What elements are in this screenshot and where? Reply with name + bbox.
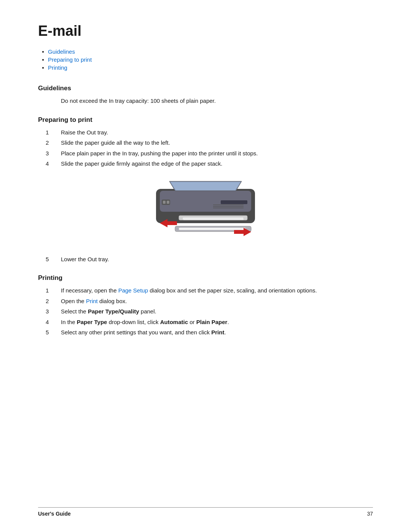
step-number: 4 xyxy=(38,160,61,168)
step-text: Lower the Out tray. xyxy=(61,255,373,264)
printer-illustration xyxy=(38,177,373,246)
svg-rect-8 xyxy=(179,228,245,230)
step-number: 1 xyxy=(38,128,61,137)
svg-marker-3 xyxy=(170,182,241,190)
step-number: 3 xyxy=(38,307,61,316)
svg-rect-13 xyxy=(167,201,169,204)
list-item: 4 Slide the paper guide firmly against t… xyxy=(38,160,373,168)
list-item: 4 In the Paper Type drop-down list, clic… xyxy=(38,318,373,327)
paper-type-bold: Paper Type xyxy=(77,319,107,325)
toc-item-guidelines: Guidelines xyxy=(42,48,373,55)
list-item: 1 Raise the Out tray. xyxy=(38,128,373,137)
footer: User's Guide 37 xyxy=(38,507,373,517)
guidelines-section: Guidelines Do not exceed the In tray cap… xyxy=(38,85,373,105)
step-text: If necessary, open the Page Setup dialog… xyxy=(61,286,373,295)
preparing-steps-continued: 5 Lower the Out tray. xyxy=(38,255,373,264)
preparing-steps: 1 Raise the Out tray. 2 Slide the paper … xyxy=(38,128,373,168)
preparing-section: Preparing to print 1 Raise the Out tray.… xyxy=(38,116,373,264)
list-item: 5 Lower the Out tray. xyxy=(38,255,373,264)
toc-link-preparing[interactable]: Preparing to print xyxy=(48,56,92,63)
step-number: 3 xyxy=(38,149,61,158)
automatic-bold: Automatic xyxy=(160,319,188,325)
toc-link-printing[interactable]: Printing xyxy=(48,64,67,71)
list-item: 1 If necessary, open the Page Setup dial… xyxy=(38,286,373,295)
printer-image xyxy=(145,177,266,246)
step-text: Open the Print dialog box. xyxy=(61,297,373,306)
step-text: Select any other print settings that you… xyxy=(61,328,373,337)
step-text: Select the Paper Type/Quality panel. xyxy=(61,307,373,316)
page: E-mail Guidelines Preparing to print Pri… xyxy=(0,0,411,532)
page-setup-link[interactable]: Page Setup xyxy=(118,287,148,294)
step-number: 4 xyxy=(38,318,61,327)
svg-rect-6 xyxy=(183,219,244,220)
toc-item-printing: Printing xyxy=(42,64,373,71)
step-number: 1 xyxy=(38,286,61,295)
print-link[interactable]: Print xyxy=(86,298,98,304)
footer-left-label: User's Guide xyxy=(38,511,71,517)
step-number: 2 xyxy=(38,297,61,306)
step-text: In the Paper Type drop-down list, click … xyxy=(61,318,373,327)
list-item: 3 Place plain paper in the In tray, push… xyxy=(38,149,373,158)
print-bold: Print xyxy=(211,329,224,335)
toc-link-guidelines[interactable]: Guidelines xyxy=(48,48,75,55)
plain-paper-bold: Plain Paper xyxy=(196,319,228,325)
list-item: 3 Select the Paper Type/Quality panel. xyxy=(38,307,373,316)
guidelines-body: Do not exceed the In tray capacity: 100 … xyxy=(38,97,373,105)
svg-rect-14 xyxy=(221,200,247,204)
toc-item-preparing: Preparing to print xyxy=(42,56,373,63)
step-text: Raise the Out tray. xyxy=(61,128,373,137)
step-number: 2 xyxy=(38,139,61,147)
step-number: 5 xyxy=(38,255,61,264)
printing-steps: 1 If necessary, open the Page Setup dial… xyxy=(38,286,373,337)
step-text: Slide the paper guide firmly against the… xyxy=(61,160,373,168)
step-number: 5 xyxy=(38,328,61,337)
toc-list: Guidelines Preparing to print Printing xyxy=(38,48,373,71)
list-item: 2 Open the Print dialog box. xyxy=(38,297,373,306)
list-item: 2 Slide the paper guide all the way to t… xyxy=(38,139,373,147)
svg-rect-12 xyxy=(163,201,166,204)
guidelines-heading: Guidelines xyxy=(38,85,373,92)
guidelines-text: Do not exceed the In tray capacity: 100 … xyxy=(38,97,373,105)
list-item: 5 Select any other print settings that y… xyxy=(38,328,373,337)
paper-type-quality-bold: Paper Type/Quality xyxy=(88,308,139,315)
step-text: Place plain paper in the In tray, pushin… xyxy=(61,149,373,158)
page-title: E-mail xyxy=(38,23,373,39)
step-text: Slide the paper guide all the way to the… xyxy=(61,139,373,147)
printing-heading: Printing xyxy=(38,274,373,282)
printing-section: Printing 1 If necessary, open the Page S… xyxy=(38,274,373,337)
preparing-heading: Preparing to print xyxy=(38,116,373,124)
footer-page-number: 37 xyxy=(367,511,373,517)
